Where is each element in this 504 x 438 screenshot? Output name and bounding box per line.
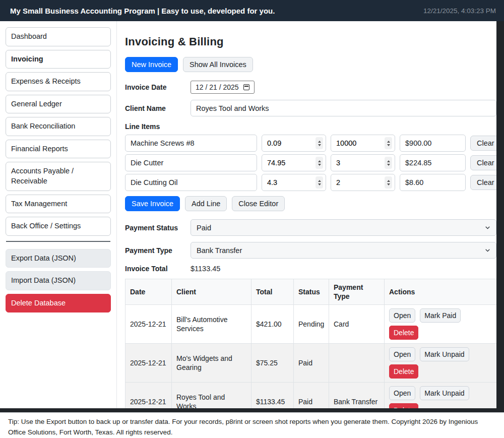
line-item-price-value[interactable] <box>267 178 313 186</box>
invoice-action-button[interactable]: Open <box>389 308 415 323</box>
line-item-price-input[interactable] <box>262 174 326 191</box>
new-invoice-button[interactable]: New Invoice <box>125 57 178 72</box>
invoice-action-button[interactable]: Delete <box>389 326 418 340</box>
sidebar-divider <box>6 241 110 242</box>
line-item-qty-input[interactable] <box>331 154 395 171</box>
invoice-date-input[interactable]: 12 / 21 / 2025 <box>191 81 255 94</box>
app-header: My Small Business Accounting Program | E… <box>0 0 504 21</box>
sidebar-item-2[interactable]: Expenses & Receipts <box>6 72 111 91</box>
stepper-up-icon[interactable] <box>318 160 321 162</box>
invoice-action-button[interactable]: Delete <box>389 403 418 408</box>
stepper-control[interactable] <box>385 176 392 189</box>
stepper-up-icon[interactable] <box>387 141 390 143</box>
row-actions: Open Mark Paid Delete <box>389 308 492 340</box>
col-header-status: Status <box>294 279 329 305</box>
stepper-up-icon[interactable] <box>318 180 321 182</box>
invoice-date-row: Invoice Date 12 / 21 / 2025 <box>125 81 496 94</box>
line-items-list: Clear Clear <box>125 135 496 191</box>
sidebar-item-3[interactable]: General Ledger <box>6 95 111 114</box>
clear-line-button[interactable]: Clear <box>470 136 496 151</box>
sidebar-data-actions: Export Data (JSON) Import Data (JSON) De… <box>6 249 111 313</box>
sidebar-item-1[interactable]: Invoicing <box>6 50 111 69</box>
stepper-down-icon[interactable] <box>318 183 321 185</box>
invoice-action-button[interactable]: Delete <box>389 364 418 379</box>
line-item-qty-input[interactable] <box>331 174 395 191</box>
payment-type-select[interactable]: Bank Transfer <box>191 242 496 259</box>
line-item-price-input[interactable] <box>262 135 326 152</box>
header-timestamp: 12/21/2025, 4:03:23 PM <box>423 7 496 15</box>
cell-actions: Open Mark Unpaid Delete <box>385 383 497 408</box>
cell-status: Paid <box>294 383 329 408</box>
sidebar-item-8[interactable]: Back Office / Settings <box>6 217 111 236</box>
stepper-control[interactable] <box>316 157 323 169</box>
payment-status-row: Payment Status Paid <box>125 219 496 236</box>
line-item-price-input[interactable] <box>262 154 326 171</box>
cell-date: 2025-12-21 <box>125 344 172 383</box>
sidebar-item-0[interactable]: Dashboard <box>6 27 111 46</box>
stepper-control[interactable] <box>385 137 392 149</box>
invoice-action-button[interactable]: Mark Unpaid <box>420 347 469 361</box>
col-header-total: Total <box>251 279 294 305</box>
save-invoice-button[interactable]: Save Invoice <box>125 196 180 211</box>
stepper-control[interactable] <box>316 176 323 189</box>
line-item-qty-value[interactable] <box>336 139 383 147</box>
stepper-control[interactable] <box>385 157 392 169</box>
clear-line-button[interactable]: Clear <box>470 155 496 170</box>
line-item-description-input[interactable] <box>125 154 257 171</box>
cell-payment-type <box>329 344 385 383</box>
col-header-date: Date <box>125 279 172 305</box>
show-all-invoices-button[interactable]: Show All Invoices <box>183 57 253 72</box>
line-item-qty-input[interactable] <box>331 135 395 152</box>
sidebar-data-action-0[interactable]: Export Data (JSON) <box>6 249 111 268</box>
line-item-row: Clear <box>125 174 496 191</box>
stepper-control[interactable] <box>316 137 323 149</box>
app-body: Dashboard Invoicing Expenses & Receipts … <box>0 21 504 408</box>
stepper-down-icon[interactable] <box>318 144 321 146</box>
sidebar-item-6[interactable]: Accounts Payable / Receivable <box>6 162 111 191</box>
main-content: Invoicing & Billing New Invoice Show All… <box>117 21 496 408</box>
line-item-price-value[interactable] <box>267 159 313 167</box>
stepper-down-icon[interactable] <box>387 164 390 166</box>
sidebar-data-action-1[interactable]: Import Data (JSON) <box>6 271 111 290</box>
invoice-action-button[interactable]: Open <box>389 386 415 400</box>
invoice-action-button[interactable]: Open <box>389 347 415 361</box>
sidebar-item-7[interactable]: Tax Management <box>6 195 111 214</box>
stepper-down-icon[interactable] <box>387 183 390 185</box>
client-name-input[interactable] <box>191 100 496 116</box>
line-item-description-input[interactable] <box>125 135 257 152</box>
sidebar-data-action-label: Import Data (JSON) <box>11 276 76 284</box>
line-item-qty-value[interactable] <box>336 178 383 186</box>
payment-status-select[interactable]: Paid <box>191 219 496 236</box>
payment-status-label: Payment Status <box>125 224 191 232</box>
invoice-date-value: 12 / 21 / 2025 <box>196 83 239 91</box>
stepper-down-icon[interactable] <box>318 164 321 166</box>
stepper-up-icon[interactable] <box>387 180 390 182</box>
clear-line-button[interactable]: Clear <box>470 175 496 190</box>
line-item-price-value[interactable] <box>267 139 313 147</box>
line-item-total-input[interactable] <box>400 135 466 152</box>
cell-status: Paid <box>294 344 329 383</box>
line-item-description-input[interactable] <box>125 174 257 191</box>
payment-type-value: Bank Transfer <box>197 246 242 255</box>
add-line-button[interactable]: Add Line <box>185 196 227 211</box>
line-item-total-input[interactable] <box>400 174 466 191</box>
invoice-action-button[interactable]: Mark Paid <box>420 308 461 323</box>
stepper-down-icon[interactable] <box>387 144 390 146</box>
sidebar-data-action-2[interactable]: Delete Database <box>6 294 111 313</box>
sidebar-item-label: Financial Reports <box>11 145 68 153</box>
sidebar-item-5[interactable]: Financial Reports <box>6 140 111 159</box>
invoice-action-button[interactable]: Mark Unpaid <box>420 386 469 400</box>
footer: Tip: Use the Export button to back up or… <box>0 412 504 438</box>
stepper-up-icon[interactable] <box>318 141 321 143</box>
stepper-up-icon[interactable] <box>387 160 390 162</box>
cell-client: Royes Tool and Works <box>172 383 251 408</box>
sidebar-item-4[interactable]: Bank Reconciliation <box>6 117 111 136</box>
chevron-down-icon <box>485 225 490 230</box>
line-item-qty-value[interactable] <box>336 159 383 167</box>
client-name-label: Client Name <box>125 104 191 112</box>
close-editor-button[interactable]: Close Editor <box>232 196 285 211</box>
sidebar-nav: Dashboard Invoicing Expenses & Receipts … <box>6 27 111 236</box>
sidebar-item-label: Tax Management <box>11 200 67 208</box>
line-item-total-input[interactable] <box>400 154 466 171</box>
calendar-icon[interactable] <box>243 84 249 90</box>
